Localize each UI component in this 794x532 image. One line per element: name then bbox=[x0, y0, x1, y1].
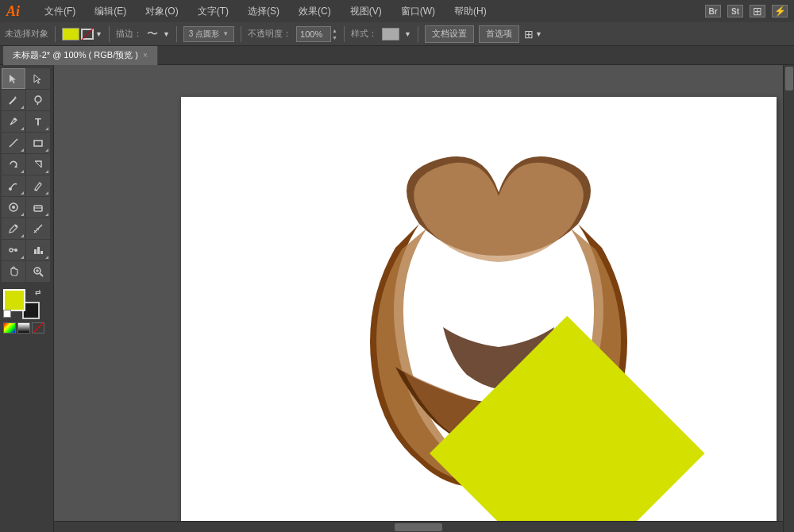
menu-effect[interactable]: 效果(C) bbox=[295, 3, 334, 20]
style-arrow[interactable]: ▼ bbox=[404, 30, 411, 38]
tab-label: 未标题-2* @ 100% ( RGB/预览 ) bbox=[13, 49, 138, 61]
swap-colors-icon[interactable]: ⇄ bbox=[35, 289, 41, 296]
opacity-down[interactable]: ▼ bbox=[332, 34, 337, 41]
arrange-panel-icon[interactable]: ⊞▼ bbox=[524, 28, 542, 40]
point-shape-selector[interactable]: 3 点圆形 ▼ bbox=[183, 26, 234, 42]
scrollbar-thumb-vertical[interactable] bbox=[785, 67, 793, 91]
eraser-tool-button[interactable] bbox=[26, 197, 50, 218]
doc-settings-button[interactable]: 文档设置 bbox=[425, 25, 474, 43]
stroke-type-icon[interactable]: 〜 bbox=[147, 27, 158, 41]
tool-row-9 bbox=[2, 240, 52, 260]
toolbar-divider-1 bbox=[55, 26, 56, 42]
svg-rect-5 bbox=[34, 141, 42, 146]
zoom-tool-button[interactable] bbox=[26, 261, 50, 282]
fill-options-arrow[interactable]: ▼ bbox=[95, 30, 102, 38]
menu-file[interactable]: 文件(F) bbox=[41, 3, 79, 20]
svg-point-12 bbox=[15, 225, 17, 227]
svg-point-17 bbox=[14, 249, 17, 252]
color-mode-buttons bbox=[3, 322, 50, 333]
fill-indicator[interactable]: ▼ bbox=[62, 28, 102, 40]
fill-color-swatch[interactable] bbox=[62, 28, 79, 40]
workspace-grid-icon[interactable]: ⊞ bbox=[750, 5, 765, 17]
blend-tool-button[interactable] bbox=[2, 240, 25, 260]
opacity-value: 100% bbox=[300, 29, 322, 39]
selection-tool-button[interactable] bbox=[2, 68, 25, 89]
tab-bar: 未标题-2* @ 100% ( RGB/预览 ) × bbox=[0, 46, 794, 65]
pen-tool-button[interactable] bbox=[2, 111, 25, 132]
main-area: T bbox=[0, 65, 794, 532]
menu-text[interactable]: 文字(T) bbox=[195, 3, 232, 20]
lasso-tool-button[interactable] bbox=[26, 90, 50, 110]
document-tab[interactable]: 未标题-2* @ 100% ( RGB/预览 ) × bbox=[3, 46, 158, 65]
type-tool-button[interactable]: T bbox=[26, 111, 50, 132]
toolbar-divider-2 bbox=[109, 26, 110, 42]
pencil-tool-button[interactable] bbox=[26, 175, 50, 196]
default-colors-icon[interactable] bbox=[3, 310, 11, 318]
title-bar-right: Br St ⊞ ⚡ bbox=[705, 5, 788, 17]
svg-point-2 bbox=[35, 96, 41, 102]
stroke-indicator-wrapper bbox=[81, 29, 94, 40]
magic-wand-button[interactable] bbox=[2, 90, 25, 110]
hand-tool-button[interactable] bbox=[2, 261, 25, 282]
color-section: ⇄ bbox=[2, 286, 52, 337]
rectangle-tool-button[interactable] bbox=[26, 133, 50, 153]
toolbar-divider-3 bbox=[176, 26, 177, 42]
vertical-scrollbar[interactable] bbox=[783, 65, 794, 532]
blob-brush-button[interactable] bbox=[2, 197, 25, 218]
svg-marker-1 bbox=[14, 96, 17, 98]
opacity-input[interactable]: 100% bbox=[296, 26, 331, 42]
toolbar-divider-5 bbox=[344, 26, 345, 42]
tool-row-7 bbox=[2, 197, 52, 218]
color-mode-color[interactable] bbox=[3, 322, 16, 333]
style-swatch[interactable] bbox=[382, 28, 399, 40]
opacity-up[interactable]: ▲ bbox=[332, 27, 337, 34]
rotate-tool-button[interactable] bbox=[2, 154, 25, 175]
type-tool-icon: T bbox=[35, 116, 41, 128]
scale-tool-button[interactable] bbox=[26, 154, 50, 175]
line-tool-button[interactable] bbox=[2, 133, 25, 153]
color-mode-gradient[interactable] bbox=[17, 322, 30, 333]
tool-row-6 bbox=[2, 175, 52, 196]
menu-select[interactable]: 选择(S) bbox=[245, 3, 283, 20]
toolbar: 未选择对象 ▼ 描边： 〜 ▼ 3 点圆形 ▼ 不透明度： 100% ▲ ▼ 样… bbox=[0, 22, 794, 46]
tool-row-4 bbox=[2, 133, 52, 153]
scrollbar-thumb-horizontal[interactable] bbox=[395, 523, 442, 531]
toolbar-divider-4 bbox=[241, 26, 241, 42]
menu-edit[interactable]: 编辑(E) bbox=[91, 3, 129, 20]
stroke-swatch[interactable] bbox=[81, 29, 94, 40]
canvas-area[interactable] bbox=[54, 65, 794, 532]
eyedropper-tool-button[interactable] bbox=[2, 218, 25, 239]
menu-object[interactable]: 对象(O) bbox=[142, 3, 181, 20]
svg-point-9 bbox=[12, 206, 15, 209]
color-mode-none[interactable] bbox=[32, 322, 44, 333]
paintbrush-tool-button[interactable] bbox=[2, 175, 25, 196]
opacity-stepper[interactable]: ▲ ▼ bbox=[332, 27, 337, 41]
graph-tool-button[interactable] bbox=[26, 240, 50, 260]
tool-row-3: T bbox=[2, 111, 52, 132]
menu-view[interactable]: 视图(V) bbox=[347, 3, 385, 20]
fill-stroke-color-area: ⇄ bbox=[3, 289, 41, 319]
menu-help[interactable]: 帮助(H) bbox=[451, 3, 490, 20]
point-shape-arrow: ▼ bbox=[222, 30, 229, 37]
measure-tool-button[interactable] bbox=[26, 218, 50, 239]
bridge-icon[interactable]: Br bbox=[705, 5, 721, 17]
horizontal-scrollbar[interactable] bbox=[54, 521, 783, 532]
title-bar: Ai 文件(F) 编辑(E) 对象(O) 文字(T) 选择(S) 效果(C) 视… bbox=[0, 0, 794, 22]
opacity-control: 100% ▲ ▼ bbox=[296, 26, 337, 42]
fill-color-box[interactable] bbox=[3, 289, 25, 311]
stock-icon[interactable]: St bbox=[727, 5, 743, 17]
stroke-options-arrow[interactable]: ▼ bbox=[163, 30, 170, 38]
svg-line-4 bbox=[10, 139, 17, 147]
tab-close-button[interactable]: × bbox=[143, 51, 148, 60]
svg-rect-19 bbox=[37, 247, 40, 254]
direct-selection-tool-button[interactable] bbox=[26, 68, 50, 89]
svg-rect-18 bbox=[34, 249, 37, 254]
tool-row-1 bbox=[2, 68, 52, 89]
sync-icon[interactable]: ⚡ bbox=[772, 5, 788, 17]
tool-row-10 bbox=[2, 261, 52, 282]
no-selection-label: 未选择对象 bbox=[5, 28, 48, 40]
opacity-label: 不透明度： bbox=[248, 28, 291, 40]
preferences-button[interactable]: 首选项 bbox=[479, 25, 519, 43]
menu-window[interactable]: 窗口(W) bbox=[398, 3, 438, 20]
style-label: 样式： bbox=[351, 28, 377, 40]
